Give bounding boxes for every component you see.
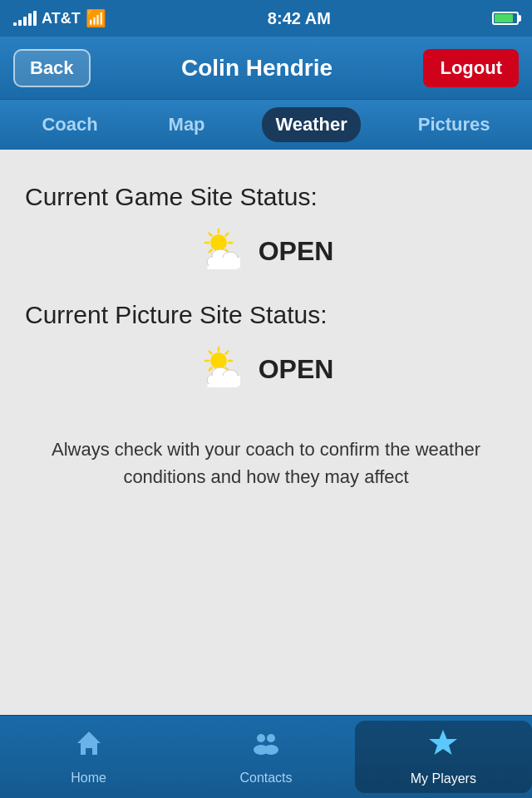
contacts-icon <box>251 728 281 766</box>
game-site-status-label: Current Game Site Status: <box>25 183 507 211</box>
tab-pictures[interactable]: Pictures <box>405 107 504 142</box>
tab-weather[interactable]: Weather <box>262 107 360 142</box>
bottom-tab-home[interactable]: Home <box>0 722 177 792</box>
svg-line-24 <box>209 368 211 371</box>
partly-cloudy-icon-2 <box>199 344 249 387</box>
picture-site-status-value: OPEN <box>25 344 507 394</box>
main-content: Current Game Site Status: <box>0 150 532 648</box>
logout-button[interactable]: Logout <box>423 49 519 87</box>
picture-site-status-label: Current Picture Site Status: <box>25 301 507 329</box>
signal-icon <box>13 11 37 26</box>
svg-marker-32 <box>77 732 101 755</box>
bottom-tab-bar: Home Contacts My Players <box>0 715 532 798</box>
home-icon <box>74 728 104 766</box>
status-bar: AT&T 📶 8:42 AM <box>0 0 532 37</box>
header-title: Colin Hendrie <box>181 55 332 81</box>
svg-line-5 <box>209 234 211 236</box>
bottom-tab-my-players-label: My Players <box>411 771 476 786</box>
game-site-weather-icon <box>199 226 249 276</box>
svg-line-7 <box>225 234 228 236</box>
wifi-icon: 📶 <box>86 8 106 28</box>
picture-site-weather-icon <box>199 344 249 394</box>
bottom-tab-contacts[interactable]: Contacts <box>177 722 354 792</box>
svg-point-16 <box>210 352 227 369</box>
svg-point-34 <box>267 734 275 742</box>
picture-site-open-label: OPEN <box>259 354 334 385</box>
bottom-tab-my-players[interactable]: My Players <box>355 721 532 793</box>
picture-site-status-section: Current Picture Site Status: <box>25 301 507 394</box>
header: Back Colin Hendrie Logout <box>0 37 532 100</box>
game-site-status-value: OPEN <box>25 226 507 276</box>
back-button[interactable]: Back <box>13 49 91 87</box>
tab-coach[interactable]: Coach <box>28 107 111 142</box>
svg-line-21 <box>209 352 211 354</box>
battery-icon <box>492 12 519 25</box>
bottom-tab-contacts-label: Contacts <box>239 771 292 786</box>
battery-fill <box>495 14 513 22</box>
svg-point-33 <box>257 734 265 742</box>
game-site-status-section: Current Game Site Status: <box>25 183 507 276</box>
status-left: AT&T 📶 <box>13 8 106 28</box>
svg-point-0 <box>210 234 227 251</box>
status-right <box>492 12 519 25</box>
nav-tabs: Coach Map Weather Pictures <box>0 100 532 150</box>
carrier-label: AT&T <box>42 10 81 27</box>
tab-map[interactable]: Map <box>155 107 219 142</box>
svg-point-36 <box>264 745 278 755</box>
svg-marker-37 <box>429 730 457 755</box>
game-site-open-label: OPEN <box>259 236 334 267</box>
star-icon <box>427 727 459 766</box>
svg-line-23 <box>225 352 228 354</box>
svg-line-8 <box>209 250 211 253</box>
status-time: 8:42 AM <box>268 9 331 28</box>
partly-cloudy-icon <box>199 226 249 269</box>
notice-text: Always check with your coach to confirm … <box>25 419 507 507</box>
bottom-tab-home-label: Home <box>71 771 106 786</box>
